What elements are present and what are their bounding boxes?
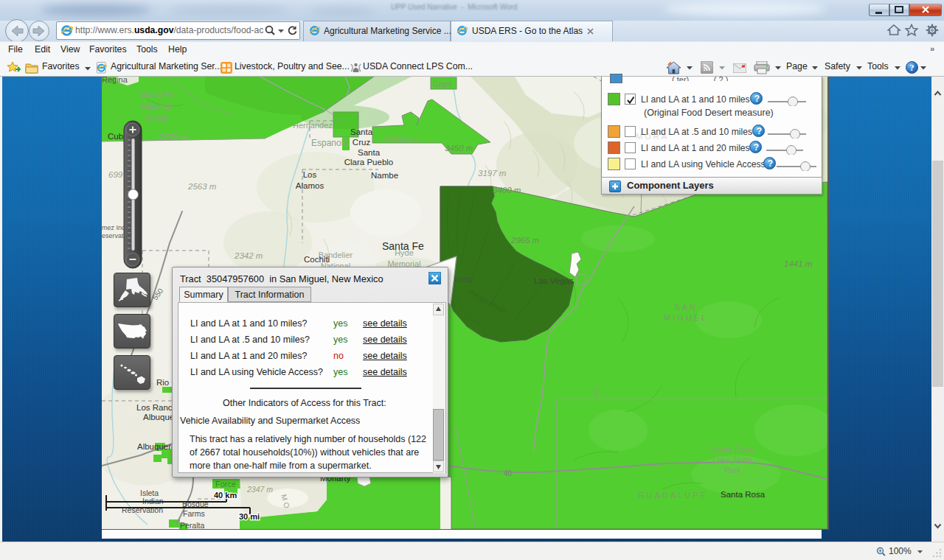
svg-text:Nambe: Nambe [371,171,398,180]
svg-text:Santa Fe: Santa Fe [382,240,424,252]
svg-text:Farms: Farms [183,509,205,518]
svg-text:84: 84 [591,388,600,396]
svg-text:Santa Fe: Santa Fe [140,90,173,99]
svg-text:GUADALUPE: GUADALUPE [638,491,708,500]
svg-text:Forest: Forest [145,113,167,122]
svg-text:2563 m: 2563 m [187,182,217,191]
svg-text:3400 m: 3400 m [493,186,521,195]
svg-text:Reservation: Reservation [122,505,163,514]
svg-text:?: ? [910,63,914,73]
svg-text:40: 40 [504,469,513,477]
svg-text:2347 m: 2347 m [246,485,273,494]
svg-text:3197 m: 3197 m [478,169,507,178]
svg-text:Santa Rosa: Santa Rosa [711,445,754,454]
svg-text:Hernandez: Hernandez [293,121,333,130]
svg-text:Santa: Santa [350,127,373,136]
svg-text:Alamos: Alamos [296,181,324,190]
svg-text:Chimayo: Chimayo [385,134,417,143]
svg-text:Las Vegas: Las Vegas [534,276,574,285]
svg-text:Lake State: Lake State [713,455,752,464]
svg-text:Espanola: Espanola [311,138,348,148]
svg-text:Los Ranch: Los Ranch [136,403,177,412]
svg-text:40 km: 40 km [214,491,237,500]
svg-text:2965 m: 2965 m [510,236,540,245]
svg-text:2576 m: 2576 m [159,133,188,141]
svg-text:3450 m: 3450 m [445,144,473,153]
svg-text:30 mi: 30 mi [239,512,260,521]
svg-text:Santa: Santa [358,148,381,157]
svg-text:MIGUEL: MIGUEL [664,313,708,322]
svg-text:Cruz: Cruz [353,138,371,147]
svg-text:SAN: SAN [674,303,698,312]
svg-text:Los: Los [303,170,317,179]
svg-text:Park: Park [724,466,741,475]
svg-text:Clara Pueblo: Clara Pueblo [344,158,393,167]
svg-text:Albuque: Albuque [143,413,174,421]
svg-text:Cochiti: Cochiti [304,255,330,264]
svg-text:2342 m: 2342 m [234,251,263,260]
svg-text:1441 m: 1441 m [784,259,813,268]
svg-text:Force: Force [215,480,236,489]
svg-text:Santa Rosa: Santa Rosa [721,490,766,499]
svg-text:Grant: Grant [433,80,452,88]
svg-text:Regina: Regina [102,77,128,84]
svg-text:Peralta: Peralta [180,521,204,529]
svg-text:National: National [142,102,171,111]
